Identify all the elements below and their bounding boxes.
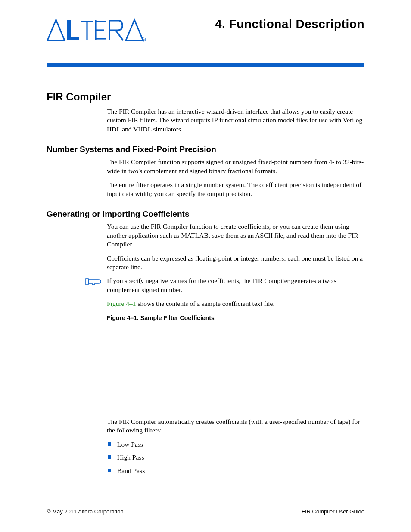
num-para-2: The entire filter operates in a single n… bbox=[107, 180, 364, 198]
chapter-title: 4. Functional Description bbox=[215, 17, 364, 31]
svg-rect-12 bbox=[86, 279, 88, 285]
note-text: If you specify negative values for the c… bbox=[107, 277, 364, 294]
num-para-1: The FIR Compiler function supports signe… bbox=[107, 158, 364, 175]
pointing-hand-icon bbox=[85, 277, 107, 288]
figure-sentence-rest: shows the contents of a sample coefficie… bbox=[136, 300, 275, 307]
figure-reference-sentence: Figure 4–1 shows the contents of a sampl… bbox=[107, 299, 364, 308]
heading-coefficients: Generating or Importing Coefficients bbox=[47, 209, 364, 219]
footer-left: © May 2011 Altera Corporation bbox=[47, 508, 124, 515]
altera-logo: R bbox=[47, 18, 146, 45]
heading-number-systems: Number Systems and Fixed-Point Precision bbox=[47, 145, 364, 154]
list-item: Band Pass bbox=[107, 467, 364, 475]
footer-right: FIR Compiler User Guide bbox=[302, 508, 364, 515]
coef-para-2: Coefficients can be expressed as floatin… bbox=[107, 254, 364, 272]
heading-fir-compiler: FIR Compiler bbox=[47, 91, 364, 103]
figure-placeholder bbox=[107, 322, 364, 413]
svg-marker-0 bbox=[47, 20, 65, 40]
list-item: High Pass bbox=[107, 453, 364, 462]
figure-link[interactable]: Figure 4–1 bbox=[107, 300, 136, 307]
intro-paragraph: The FIR Compiler has an interactive wiza… bbox=[107, 107, 364, 134]
svg-text:R: R bbox=[143, 39, 145, 41]
svg-marker-9 bbox=[126, 20, 143, 40]
svg-rect-2 bbox=[67, 37, 79, 40]
list-item: Low Pass bbox=[107, 440, 364, 449]
after-figure-para: The FIR Compiler automatically creates c… bbox=[107, 417, 364, 435]
filter-type-list: Low Pass High Pass Band Pass bbox=[107, 440, 364, 475]
figure-bottom-rule bbox=[107, 413, 364, 413]
header-rule bbox=[47, 63, 364, 67]
coef-para-1: You can use the FIR Compiler function to… bbox=[107, 222, 364, 249]
figure-title: Figure 4–1. Sample Filter Coefficients bbox=[107, 314, 364, 321]
